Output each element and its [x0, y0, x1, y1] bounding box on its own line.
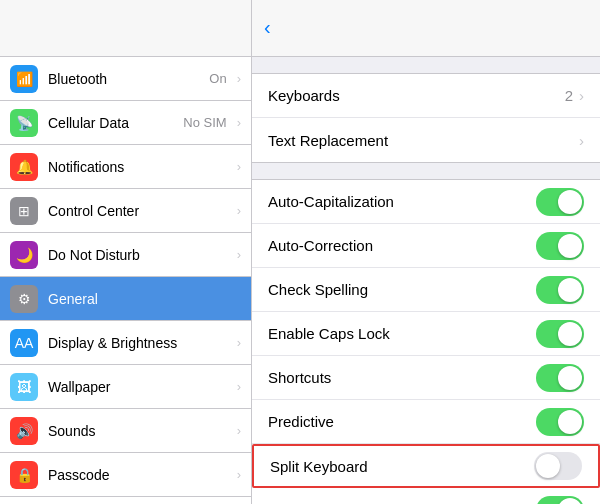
sidebar-label-cellular: Cellular Data	[48, 115, 173, 131]
sidebar-chevron-do-not-disturb: ›	[237, 247, 241, 262]
sidebar-chevron-notifications: ›	[237, 159, 241, 174]
control-center-icon: ⊞	[10, 197, 38, 225]
row-label-predictive: Predictive	[268, 413, 536, 430]
passcode-icon: 🔒	[10, 461, 38, 489]
header-left	[0, 0, 252, 56]
display-icon: AA	[10, 329, 38, 357]
row-text-replacement[interactable]: Text Replacement›	[252, 118, 600, 162]
row-label-auto-capitalization: Auto-Capitalization	[268, 193, 536, 210]
row-label-enable-caps-lock: Enable Caps Lock	[268, 325, 536, 342]
sidebar-chevron-bluetooth: ›	[237, 71, 241, 86]
wallpaper-icon: 🖼	[10, 373, 38, 401]
cellular-icon: 📡	[10, 109, 38, 137]
sidebar-label-sounds: Sounds	[48, 423, 227, 439]
sidebar-label-wallpaper: Wallpaper	[48, 379, 227, 395]
toggle-predictive[interactable]	[536, 408, 584, 436]
sidebar-chevron-sounds: ›	[237, 423, 241, 438]
sidebar-item-notifications[interactable]: 🔔Notifications›	[0, 145, 251, 189]
bluetooth-icon: 📶	[10, 65, 38, 93]
sidebar-chevron-cellular: ›	[237, 115, 241, 130]
sidebar-item-passcode[interactable]: 🔒Passcode›	[0, 453, 251, 497]
toggle-check-spelling[interactable]	[536, 276, 584, 304]
row-label-text-replacement: Text Replacement	[268, 132, 579, 149]
do-not-disturb-icon: 🌙	[10, 241, 38, 269]
row-split-keyboard[interactable]: Split Keyboard	[252, 444, 600, 488]
notifications-icon: 🔔	[10, 153, 38, 181]
sidebar-value-bluetooth: On	[209, 71, 226, 86]
sidebar-label-general: General	[48, 291, 241, 307]
section-0: Keyboards2›Text Replacement›	[252, 73, 600, 163]
sidebar-label-passcode: Passcode	[48, 467, 227, 483]
sidebar-chevron-control-center: ›	[237, 203, 241, 218]
toggle-thumb-split-keyboard	[536, 454, 560, 478]
sidebar-label-bluetooth: Bluetooth	[48, 71, 199, 87]
sidebar-item-display[interactable]: AADisplay & Brightness›	[0, 321, 251, 365]
sidebar: 📶BluetoothOn›📡Cellular DataNo SIM›🔔Notif…	[0, 57, 252, 504]
sidebar-item-bluetooth[interactable]: 📶BluetoothOn›	[0, 57, 251, 101]
sidebar-item-do-not-disturb[interactable]: 🌙Do Not Disturb›	[0, 233, 251, 277]
sidebar-label-display: Display & Brightness	[48, 335, 227, 351]
sidebar-item-cellular[interactable]: 📡Cellular DataNo SIM›	[0, 101, 251, 145]
toggle-thumb-enable-caps-lock	[558, 322, 582, 346]
row-predictive[interactable]: Predictive	[252, 400, 600, 444]
sidebar-label-notifications: Notifications	[48, 159, 227, 175]
sidebar-item-wallpaper[interactable]: 🖼Wallpaper›	[0, 365, 251, 409]
toggle-thumb-check-spelling	[558, 278, 582, 302]
sidebar-item-sounds[interactable]: 🔊Sounds›	[0, 409, 251, 453]
row-auto-capitalization[interactable]: Auto-Capitalization	[252, 180, 600, 224]
toggle-thumb-auto-correction	[558, 234, 582, 258]
row-label-keyboards: Keyboards	[268, 87, 565, 104]
sidebar-item-battery[interactable]: 🔋Battery›	[0, 497, 251, 504]
sidebar-chevron-wallpaper: ›	[237, 379, 241, 394]
toggle-auto-capitalization[interactable]	[536, 188, 584, 216]
row-enable-caps-lock[interactable]: Enable Caps Lock	[252, 312, 600, 356]
row-value-keyboards: 2	[565, 87, 573, 104]
sidebar-label-do-not-disturb: Do Not Disturb	[48, 247, 227, 263]
back-chevron-icon: ‹	[264, 17, 271, 37]
row-label-shortcuts: Shortcuts	[268, 369, 536, 386]
toggle-auto-correction[interactable]	[536, 232, 584, 260]
right-panel: Keyboards2›Text Replacement›Auto-Capital…	[252, 57, 600, 504]
row-period-shortcut[interactable]: “” Shortcut	[252, 488, 600, 504]
toggle-thumb-auto-capitalization	[558, 190, 582, 214]
sidebar-label-control-center: Control Center	[48, 203, 227, 219]
general-icon: ⚙	[10, 285, 38, 313]
section-group-1: Auto-CapitalizationAuto-CorrectionCheck …	[252, 179, 600, 504]
section-group-0: Keyboards2›Text Replacement›	[252, 73, 600, 163]
row-label-check-spelling: Check Spelling	[268, 281, 536, 298]
main-content: 📶BluetoothOn›📡Cellular DataNo SIM›🔔Notif…	[0, 57, 600, 504]
row-chevron-text-replacement: ›	[579, 132, 584, 149]
toggle-period-shortcut[interactable]	[536, 496, 584, 504]
toggle-split-keyboard[interactable]	[534, 452, 582, 480]
sidebar-chevron-display: ›	[237, 335, 241, 350]
row-auto-correction[interactable]: Auto-Correction	[252, 224, 600, 268]
toggle-thumb-shortcuts	[558, 366, 582, 390]
section-1: Auto-CapitalizationAuto-CorrectionCheck …	[252, 179, 600, 504]
header: ‹	[0, 0, 600, 57]
sidebar-chevron-passcode: ›	[237, 467, 241, 482]
header-right: ‹	[252, 0, 600, 56]
sidebar-value-cellular: No SIM	[183, 115, 226, 130]
toggle-thumb-predictive	[558, 410, 582, 434]
row-shortcuts[interactable]: Shortcuts	[252, 356, 600, 400]
row-check-spelling[interactable]: Check Spelling	[252, 268, 600, 312]
row-label-split-keyboard: Split Keyboard	[270, 458, 534, 475]
back-button[interactable]: ‹	[264, 19, 274, 37]
sidebar-item-general[interactable]: ⚙General	[0, 277, 251, 321]
sounds-icon: 🔊	[10, 417, 38, 445]
row-chevron-keyboards: ›	[579, 87, 584, 104]
row-keyboards[interactable]: Keyboards2›	[252, 74, 600, 118]
toggle-thumb-period-shortcut	[558, 498, 582, 504]
toggle-enable-caps-lock[interactable]	[536, 320, 584, 348]
sidebar-item-control-center[interactable]: ⊞Control Center›	[0, 189, 251, 233]
row-label-auto-correction: Auto-Correction	[268, 237, 536, 254]
toggle-shortcuts[interactable]	[536, 364, 584, 392]
